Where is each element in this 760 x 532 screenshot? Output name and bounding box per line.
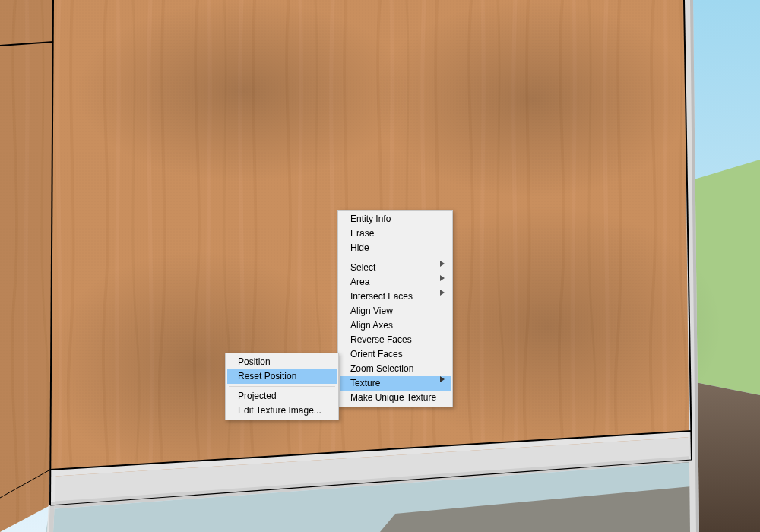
menu-item-label: Entity Info: [350, 214, 391, 224]
svg-marker-25: [440, 261, 445, 267]
texture-submenu[interactable]: Position Reset Position Projected Edit T…: [225, 353, 339, 420]
submenu-arrow-icon: [440, 261, 446, 275]
menu-item-label: Intersect Faces: [350, 291, 413, 302]
submenu-arrow-icon: [440, 376, 446, 391]
menu-separator: [341, 258, 449, 258]
menu-separator: [229, 386, 335, 387]
menu-item-erase[interactable]: Erase: [340, 226, 451, 241]
svg-point-9: [372, 0, 692, 198]
menu-item-label: Align Axes: [350, 320, 393, 331]
menu-item-label: Erase: [350, 228, 374, 239]
model-viewport[interactable]: Entity Info Erase Hide Select Area Inter…: [0, 0, 760, 532]
menu-item-label: Reset Position: [238, 371, 296, 382]
menu-item-label: Projected: [238, 391, 277, 401]
menu-item-label: Hide: [350, 242, 369, 253]
svg-marker-26: [440, 275, 445, 281]
menu-item-area[interactable]: Area: [340, 275, 451, 290]
menu-item-label: Edit Texture Image...: [238, 405, 321, 416]
menu-item-reverse-faces[interactable]: Reverse Faces: [340, 333, 451, 347]
svg-marker-14: [0, 0, 53, 532]
menu-item-label: Select: [350, 262, 375, 273]
svg-marker-28: [440, 376, 445, 382]
menu-item-entity-info[interactable]: Entity Info: [340, 212, 451, 226]
menu-item-label: Zoom Selection: [350, 363, 413, 374]
submenu-arrow-icon: [440, 275, 446, 290]
menu-item-label: Position: [238, 356, 271, 367]
menu-item-label: Orient Faces: [350, 349, 403, 359]
submenu-item-edit-texture-image[interactable]: Edit Texture Image...: [227, 404, 337, 418]
menu-item-hide[interactable]: Hide: [340, 241, 451, 255]
menu-item-texture[interactable]: Texture: [340, 376, 451, 391]
submenu-item-reset-position[interactable]: Reset Position: [227, 369, 337, 384]
menu-item-label: Area: [350, 277, 369, 287]
svg-point-8: [76, 0, 410, 182]
svg-marker-27: [440, 290, 445, 296]
menu-item-align-view[interactable]: Align View: [340, 304, 451, 318]
submenu-item-position[interactable]: Position: [227, 355, 337, 369]
menu-item-orient-faces[interactable]: Orient Faces: [340, 347, 451, 362]
menu-item-align-axes[interactable]: Align Axes: [340, 318, 451, 333]
menu-item-label: Align View: [350, 306, 393, 316]
menu-item-label: Reverse Faces: [350, 334, 412, 345]
menu-item-zoom-selection[interactable]: Zoom Selection: [340, 362, 451, 376]
menu-item-select[interactable]: Select: [340, 261, 451, 275]
menu-item-label: Make Unique Texture: [350, 392, 436, 403]
menu-item-intersect-faces[interactable]: Intersect Faces: [340, 290, 451, 304]
submenu-arrow-icon: [440, 290, 446, 304]
menu-item-label: Texture: [350, 378, 380, 388]
menu-item-make-unique-texture[interactable]: Make Unique Texture: [340, 391, 451, 405]
context-menu[interactable]: Entity Info Erase Hide Select Area Inter…: [337, 210, 453, 407]
submenu-item-projected[interactable]: Projected: [227, 389, 337, 404]
